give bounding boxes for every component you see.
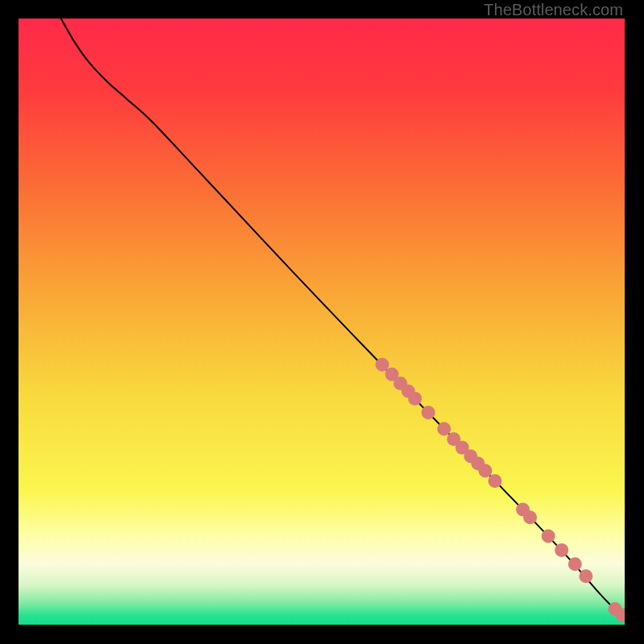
data-point (488, 474, 502, 488)
data-point (542, 530, 555, 543)
chart-frame: TheBottleneck.com (19, 19, 625, 625)
data-point (555, 543, 568, 557)
data-point (568, 557, 582, 571)
chart-plot (19, 19, 625, 625)
gradient-background (19, 19, 625, 625)
data-point (523, 510, 537, 524)
watermark-text: TheBottleneck.com (484, 1, 623, 19)
data-point (579, 569, 592, 583)
data-point (437, 422, 451, 436)
data-point (408, 392, 422, 406)
data-point (422, 406, 436, 419)
data-point (478, 464, 492, 477)
data-point (375, 357, 389, 371)
